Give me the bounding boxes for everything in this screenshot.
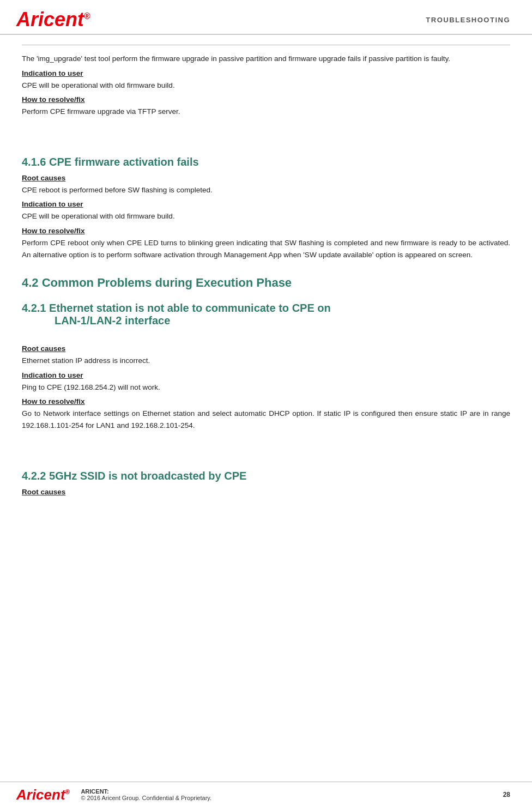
- logo-reg: ®: [84, 11, 90, 21]
- section-416-heading: 4.1.6 CPE firmware activation fails: [22, 156, 510, 168]
- main-content: The 'img_upgrade' test tool perform the …: [0, 35, 532, 782]
- spacer-3: [22, 335, 510, 340]
- footer-info: ARICENT: © 2016 Aricent Group. Confident…: [81, 788, 211, 801]
- footer-logo-name: Aricent: [16, 786, 65, 803]
- section-421-heading: 4.2.1 Ethernet station is not able to co…: [22, 302, 510, 327]
- footer-logo-reg: ®: [65, 788, 70, 796]
- page-footer: Aricent® ARICENT: © 2016 Aricent Group. …: [0, 782, 532, 805]
- root-text-416: CPE reboot is performed before SW flashi…: [22, 184, 510, 196]
- root-label-422: Root causes: [22, 488, 510, 496]
- footer-company-line2: © 2016 Aricent Group. Confidential & Pro…: [81, 795, 211, 801]
- section-label: TROUBLESHOOTING: [426, 16, 510, 24]
- resolve-text-1: Perform CPE firmware upgrade via TFTP se…: [22, 106, 510, 118]
- root-label-416: Root causes: [22, 174, 510, 182]
- section-421-line1: 4.2.1 Ethernet station is not able to co…: [22, 302, 331, 314]
- section-42-heading: 4.2 Common Problems during Execution Pha…: [22, 276, 510, 290]
- intro-text: The 'img_upgrade' test tool perform the …: [22, 53, 510, 65]
- indication-text-416: CPE will be operational with old firmwar…: [22, 210, 510, 222]
- resolve-label-421: How to resolve/fix: [22, 397, 510, 405]
- resolve-text-416: Perform CPE reboot only when CPE LED tur…: [22, 237, 510, 261]
- footer-logo-text: Aricent®: [16, 786, 70, 803]
- spacer-2: [22, 133, 510, 144]
- indication-text-1: CPE will be operational with old firmwar…: [22, 80, 510, 92]
- resolve-label-416: How to resolve/fix: [22, 227, 510, 235]
- footer-page-number: 28: [503, 791, 510, 798]
- resolve-label-1: How to resolve/fix: [22, 95, 510, 104]
- spacer-1: [22, 122, 510, 133]
- spacer-5: [22, 447, 510, 458]
- section-422-heading: 4.2.2 5GHz SSID is not broadcasted by CP…: [22, 470, 510, 482]
- root-label-421: Root causes: [22, 344, 510, 353]
- spacer-4: [22, 436, 510, 447]
- indication-text-421: Ping to CPE (192.168.254.2) will not wor…: [22, 382, 510, 394]
- page-header: Aricent® TROUBLESHOOTING: [0, 0, 532, 35]
- footer-company-line1: ARICENT:: [81, 788, 211, 795]
- logo: Aricent®: [16, 10, 90, 29]
- root-text-421: Ethernet station IP address is incorrect…: [22, 355, 510, 367]
- indication-label-1: Indication to user: [22, 69, 510, 77]
- top-divider: [22, 45, 510, 45]
- section-421-line2: LAN-1/LAN-2 interface: [22, 314, 170, 326]
- resolve-text-421: Go to Network interface settings on Ethe…: [22, 408, 510, 431]
- logo-name: Aricent: [16, 8, 84, 31]
- footer-logo: Aricent®: [16, 788, 70, 802]
- logo-text: Aricent®: [16, 8, 90, 31]
- indication-label-421: Indication to user: [22, 371, 510, 379]
- indication-label-416: Indication to user: [22, 200, 510, 208]
